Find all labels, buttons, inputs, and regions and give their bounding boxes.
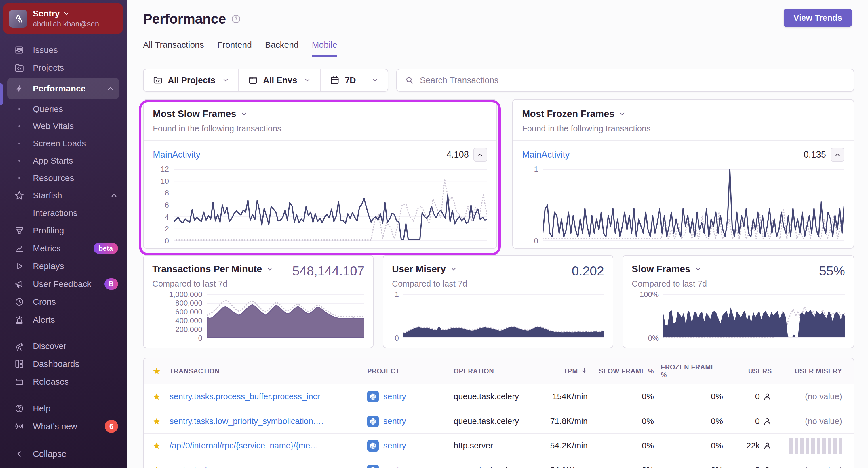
collapse-chart-button[interactable] [831, 148, 844, 162]
user-misery-value [779, 438, 854, 454]
sidebar-item-label: Queries [33, 104, 63, 114]
transaction-link[interactable]: sentry.tasks.… [169, 465, 224, 468]
tab-frontend[interactable]: Frontend [217, 40, 252, 57]
sidebar-item-label: Web Vitals [33, 121, 74, 131]
tab-all-transactions[interactable]: All Transactions [143, 40, 204, 57]
star-column-header[interactable] [144, 367, 169, 375]
org-dropdown[interactable]: Sentry abdullah.khan@sen… [3, 3, 123, 34]
sidebar: Sentry abdullah.khan@sen… IssuesProjects… [0, 0, 127, 468]
user-misery-chart: 10 [392, 294, 604, 338]
sidebar-item-label: User Feedback [33, 279, 91, 289]
star-icon [152, 417, 161, 426]
sidebar-item-web-vitals[interactable]: Web Vitals [0, 118, 127, 135]
frozen-frame-value: 0% [661, 441, 730, 450]
widget-title: Transactions Per Minute [152, 264, 262, 274]
tab-backend[interactable]: Backend [265, 40, 299, 57]
sidebar-item-crons[interactable]: Crons [0, 293, 127, 311]
sidebar-item-projects[interactable]: Projects [0, 59, 127, 77]
transaction-link[interactable]: MainActivity [153, 149, 200, 160]
column-header-transaction[interactable]: TRANSACTION [169, 367, 367, 375]
transaction-link[interactable]: MainActivity [522, 149, 569, 160]
help-circle-icon[interactable] [231, 14, 241, 24]
y-tick-label: 0 [198, 334, 202, 343]
user-misery-dropdown[interactable]: User Misery [392, 264, 467, 274]
sidebar-item-discover[interactable]: Discover [0, 337, 127, 355]
window-icon [248, 75, 258, 85]
project-link[interactable]: sentry [383, 392, 406, 401]
sidebar-item-whats-new[interactable]: What's new6 [0, 417, 127, 435]
sidebar-item-starfish[interactable]: Starfish [0, 187, 127, 204]
column-header-operation[interactable]: OPERATION [454, 367, 540, 375]
sidebar-item-label: Metrics [33, 243, 61, 253]
project-link[interactable]: sentry [383, 465, 406, 468]
sidebar-item-help[interactable]: Help [0, 400, 127, 417]
star-toggle[interactable] [144, 441, 169, 450]
star-toggle[interactable] [144, 417, 169, 426]
collapse-chart-button[interactable] [473, 148, 487, 162]
tab-mobile[interactable]: Mobile [312, 40, 337, 57]
bullet-icon [14, 103, 25, 114]
main-area: Performance View Trends All Transactions… [127, 0, 868, 468]
project-filter[interactable]: All Projects [144, 69, 238, 91]
star-toggle[interactable] [144, 466, 169, 468]
sidebar-item-queries[interactable]: Queries [0, 100, 127, 118]
column-header-user-misery[interactable]: USER MISERY [779, 367, 854, 375]
transaction-link[interactable]: /api/0/internal/rpc/{service_name}/{me… [169, 441, 318, 450]
alerts-icon [14, 314, 25, 325]
sidebar-item-releases[interactable]: Releases [0, 373, 127, 391]
sidebar-item-dashboards[interactable]: Dashboards [0, 355, 127, 373]
search-input[interactable] [420, 75, 845, 85]
table-row: sentry.tasks.process_buffer.process_incr… [144, 385, 854, 409]
sidebar-item-user-feedback[interactable]: User FeedbackB [0, 275, 127, 293]
bullet-icon [14, 138, 25, 149]
sidebar-item-replays[interactable]: Replays [0, 257, 127, 275]
view-trends-button[interactable]: View Trends [784, 9, 852, 27]
sidebar-item-profiling[interactable]: Profiling [0, 222, 127, 239]
sidebar-item-interactions[interactable]: Interactions [0, 204, 127, 222]
sort-desc-icon [581, 367, 588, 375]
column-header-slow-frame[interactable]: SLOW FRAME % [595, 367, 661, 375]
column-header-tpm[interactable]: TPM [540, 367, 595, 375]
y-tick-label: 2 [165, 225, 169, 233]
column-header-users[interactable]: USERS [730, 367, 779, 375]
search-transactions-box [396, 69, 854, 92]
sidebar-item-collapse[interactable]: Collapse [0, 445, 127, 463]
most-slow-frames-dropdown[interactable]: Most Slow Frames [153, 108, 487, 119]
user-icon [760, 466, 772, 468]
user-misery-value: (no value) [779, 465, 854, 468]
y-axis-labels: 1,000,000800,000600,000400,000200,0000 [152, 294, 207, 338]
issues-icon [14, 44, 25, 56]
sidebar-item-performance[interactable]: Performance [7, 78, 119, 99]
sidebar-item-metrics[interactable]: Metricsbeta [0, 239, 127, 257]
sidebar-item-resources[interactable]: Resources [0, 169, 127, 187]
y-tick-label: 0 [534, 237, 538, 245]
project-link[interactable]: sentry [383, 416, 406, 426]
transaction-link[interactable]: sentry.tasks.low_priority_symbolication.… [169, 416, 324, 426]
project-filter-label: All Projects [168, 75, 215, 85]
date-range-filter[interactable]: 7D [320, 69, 388, 91]
most-frozen-frames-dropdown[interactable]: Most Frozen Frames [522, 108, 844, 119]
calendar-icon [330, 75, 340, 85]
sidebar-item-label: Discover [33, 341, 66, 351]
transaction-link[interactable]: sentry.tasks.process_buffer.process_incr [169, 392, 320, 401]
sidebar-item-screen-loads[interactable]: Screen Loads [0, 135, 127, 152]
column-header-frozen-frame[interactable]: FROZEN FRAME % [661, 363, 730, 379]
environment-filter[interactable]: All Envs [238, 69, 320, 91]
sidebar-item-alerts[interactable]: Alerts [0, 311, 127, 329]
project-link[interactable]: sentry [383, 441, 406, 450]
sidebar-item-label: Issues [33, 45, 58, 55]
badge-b: B [104, 278, 118, 290]
sidebar-item-app-starts[interactable]: App Starts [0, 152, 127, 169]
sidebar-item-issues[interactable]: Issues [0, 41, 127, 59]
tpm-dropdown[interactable]: Transactions Per Minute [152, 264, 273, 274]
column-header-project[interactable]: PROJECT [367, 367, 454, 375]
transaction-value: 0.135 [804, 149, 826, 160]
widget-subtitle: Found in the following transactions [153, 124, 487, 133]
sidebar-item-label: Help [33, 404, 51, 413]
slow-frames-dropdown[interactable]: Slow Frames [632, 264, 707, 274]
y-tick-label: 400,000 [175, 316, 202, 325]
sidebar-item-label: Projects [33, 63, 64, 73]
star-toggle[interactable] [144, 392, 169, 401]
help-icon [14, 403, 25, 414]
tpm-value: 71.8K/min [540, 416, 595, 426]
